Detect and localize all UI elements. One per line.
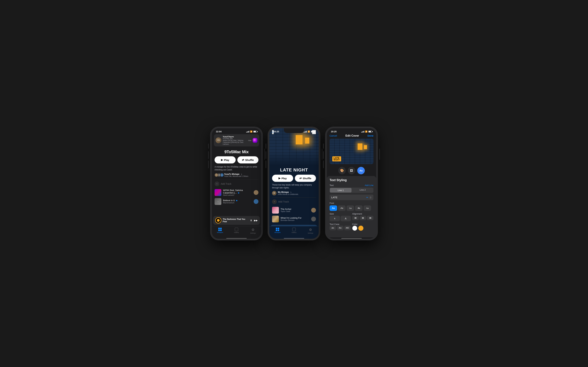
shuffle-button-2[interactable]: ⇄ Shuffle	[295, 175, 316, 182]
line1-tab[interactable]: Line 1	[330, 188, 352, 192]
track-info-2: Believe in U Machinedrum	[223, 199, 252, 204]
tab-settings-2[interactable]: ⚙ Settings	[302, 228, 319, 234]
case-lowercase-btn[interactable]: abc	[329, 226, 336, 230]
np-info-1: The Darkness That You Fear	[223, 218, 249, 223]
now-playing-bar-1[interactable]: The Darkness That You Fear ⏸ ▶▶	[213, 216, 260, 225]
add-track-btn-2[interactable]: + Add Track	[269, 198, 319, 206]
text-case-section: Text Case abc Abc ABC	[329, 223, 351, 231]
play-button-2[interactable]: Play	[272, 175, 293, 182]
size-section: Size A A	[329, 213, 351, 221]
tab-bar-1: Mixtapes Gallery ⚙ Settings	[212, 226, 261, 237]
font-option-1[interactable]: Aa	[329, 205, 337, 211]
track-avatar-what	[311, 217, 316, 221]
font-option-5[interactable]: Aa	[363, 205, 371, 211]
color-white-swatch[interactable]	[352, 226, 357, 231]
tab-mixtapes-1[interactable]: Mixtapes	[212, 228, 228, 234]
tab-label-mixtapes-2: Mixtapes	[274, 232, 281, 233]
text-delete-icon[interactable]: 🗑	[369, 196, 372, 199]
tab-gallery-1[interactable]: Gallery	[228, 228, 245, 234]
settings-icon-2: ⚙	[309, 228, 312, 232]
status-time-3: 20:25	[331, 130, 337, 133]
font-option-4[interactable]: Aa	[355, 205, 363, 211]
play-button-1[interactable]: Play	[215, 156, 236, 163]
notif-subtitle: 9To5Mac Mix	[223, 138, 247, 140]
add-track-plus-icon: +	[215, 182, 219, 186]
line2-tab[interactable]: Line 2	[352, 188, 373, 193]
font-row: Aa Aa Aa Aa Aa	[329, 205, 373, 211]
np-skip-btn-1[interactable]: ▶▶	[254, 219, 258, 222]
track-item-2[interactable]: ♪ Believe in U Machinedrum	[212, 197, 261, 206]
phone-3-container: 20:25 📶 Cancel Edit Cove	[325, 127, 378, 240]
notification-banner[interactable]: YD Yusuf Dayes 9To5Mac Mix Added WOW (fe…	[214, 134, 259, 146]
track-avatar-2	[254, 199, 259, 204]
edit-tab-text[interactable]: Aa	[357, 167, 365, 174]
color-tab-icon: 🎨	[340, 169, 344, 172]
track-art-what	[272, 216, 279, 222]
track-item-archer[interactable]: The Archer Taylor Swift	[269, 206, 319, 215]
align-left-btn[interactable]	[352, 216, 359, 220]
align-label: Alignment	[352, 213, 373, 215]
cover-text-overlay[interactable]: LATE NIGHT	[332, 156, 341, 161]
case-uppercase-btn[interactable]: ABC	[344, 226, 351, 230]
phone1-content: 22:04 📶 YD	[212, 128, 261, 239]
done-button[interactable]: Done	[367, 134, 373, 137]
track-title-2: Believe in U	[223, 199, 252, 202]
cancel-button[interactable]: Cancel	[329, 134, 337, 137]
align-center-icon	[362, 217, 364, 219]
battery-icon-1	[253, 131, 257, 133]
battery-icon-2	[311, 131, 315, 133]
edit-tab-image[interactable]: 🖼	[348, 167, 355, 174]
tab-label-settings-1: Settings	[250, 232, 256, 234]
my-mixtape-row[interactable]: M My Mixtape Invite friends to collabora…	[269, 191, 319, 197]
track-item-what[interactable]: What I'm Looking For Brendan Benson	[269, 215, 319, 223]
edit-tab-color[interactable]: 🎨	[338, 167, 346, 174]
phone-1: 22:04 📶 YD	[210, 127, 263, 240]
phone-vol-up	[208, 151, 209, 159]
status-bar-3: 20:25 📶	[327, 128, 376, 133]
collaborators-1[interactable]: Y M A Yusuf's Mixtape Yusuf, Me, Alessia…	[212, 173, 261, 180]
notif-app-icon	[253, 138, 257, 143]
home-indicator-2	[284, 238, 304, 239]
image-tab-icon: 🖼	[350, 169, 353, 172]
collab-avatars: Y M A	[215, 173, 223, 177]
phone2-vol-up	[266, 151, 266, 159]
mixtape-title-1: 9To5Mac Mix	[215, 150, 258, 154]
align-right-btn[interactable]	[367, 216, 373, 220]
font-option-3[interactable]: Aa	[346, 205, 354, 211]
align-center-btn[interactable]	[360, 216, 366, 220]
tab-settings-1[interactable]: ⚙ Settings	[245, 228, 261, 234]
status-bar-2: 20:25 📶	[269, 128, 319, 133]
text-case-label: Text Case	[329, 223, 339, 225]
phone2-body: LATE NIGHT Play ⇄ Shuffle These low-key …	[269, 166, 319, 226]
settings-icon-1: ⚙	[251, 228, 255, 232]
now-playing-bar-2[interactable]: The Darkness That You Fear ⏸ ▶▶	[271, 225, 317, 226]
text-input-row: LATE ✏ 🗑	[329, 195, 373, 200]
description-1: A mixtape for the 9To5Mac crew to jam to…	[212, 166, 261, 173]
shuffle-button-1[interactable]: ⇄ Shuffle	[237, 156, 259, 163]
collab-name: Yusuf's Mixtape	[224, 173, 259, 175]
tab-gallery-2[interactable]: Gallery	[286, 228, 302, 234]
track-info-1: WOW (feat. Sabrina Carpenter) [... Zara …	[223, 189, 252, 196]
mixtapes-icon-1	[218, 228, 222, 231]
tab-mixtapes-2[interactable]: Mixtapes	[269, 228, 286, 234]
phone-silent-switch	[208, 144, 209, 149]
add-track-btn-1[interactable]: + Add Track	[212, 180, 261, 188]
text-edit-icon[interactable]: ✏	[366, 196, 368, 199]
phone-vol-down	[208, 161, 209, 168]
case-titlecase-btn[interactable]: Abc	[337, 226, 344, 230]
wifi-icon-2: 📶	[308, 131, 310, 133]
np-pause-btn-1[interactable]: ⏸	[250, 219, 252, 222]
track-avatar-1	[254, 190, 259, 195]
size-large-btn[interactable]: A	[341, 216, 351, 221]
track-item-1[interactable]: WOW (feat. Sabrina Carpenter) [... Zara …	[212, 188, 261, 197]
track-title-1: WOW (feat. Sabrina Carpenter) [...	[223, 189, 252, 194]
edit-tabs: 🎨 🖼 Aa	[327, 166, 376, 176]
size-small-btn[interactable]: A	[329, 216, 340, 221]
tab-bar-2: Mixtapes Gallery ⚙ Settings	[269, 226, 319, 237]
track-art-wow	[215, 189, 221, 196]
cover-preview-bg: LATE NIGHT	[329, 139, 373, 164]
add-line-btn[interactable]: Add Line	[365, 184, 373, 187]
color-yellow-swatch[interactable]	[358, 226, 363, 231]
phone3-vol-up	[323, 151, 324, 159]
font-option-2[interactable]: Aa	[338, 205, 346, 211]
